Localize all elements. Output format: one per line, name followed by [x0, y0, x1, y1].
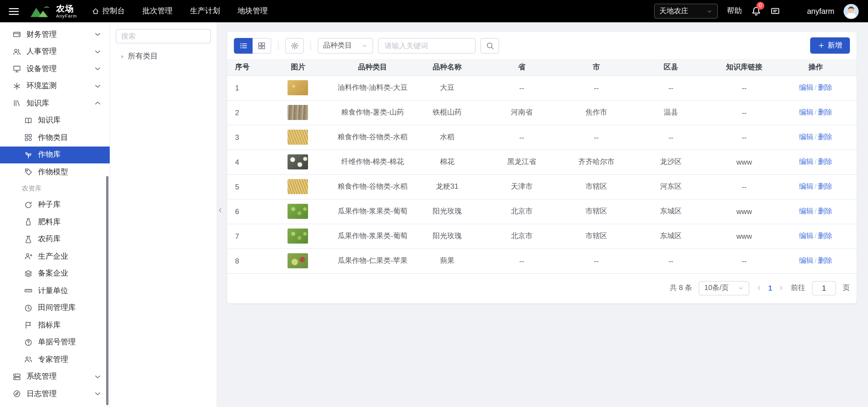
sidebar-item[interactable]: 农药库: [0, 231, 110, 248]
nav-item-2[interactable]: 批次管理: [142, 6, 173, 16]
toolbar-divider: [310, 41, 311, 50]
plant-icon: [24, 151, 33, 159]
chevron-down-icon: [93, 48, 102, 56]
avatar[interactable]: [843, 3, 859, 19]
keyword-input[interactable]: [378, 38, 475, 53]
username[interactable]: anyfarm: [807, 7, 834, 15]
crop-thumbnail[interactable]: [288, 130, 308, 145]
top-header: 农场 AnyFarm 控制台批次管理生产计划地块管理 天地农庄 帮助 0 any…: [0, 0, 868, 22]
sidebar-item[interactable]: 财务管理: [0, 26, 110, 43]
sidebar-item[interactable]: 肥料库: [0, 214, 110, 231]
sidebar-item[interactable]: 作物模型: [0, 163, 110, 181]
delete-link[interactable]: 删除: [818, 83, 832, 92]
edit-link[interactable]: 编辑: [799, 133, 813, 141]
crop-thumbnail[interactable]: [288, 105, 308, 120]
crop-thumbnail[interactable]: [288, 253, 308, 268]
edit-link[interactable]: 编辑: [799, 256, 813, 265]
add-button[interactable]: 新增: [810, 37, 850, 54]
menu-icon[interactable]: [8, 5, 20, 17]
nav-item-4[interactable]: 地块管理: [238, 6, 268, 16]
sidebar-item[interactable]: 环境监测: [0, 77, 110, 95]
sidebar-item[interactable]: 计量单位: [0, 282, 110, 300]
page-size-select[interactable]: 10条/页: [699, 281, 749, 295]
search-button[interactable]: [480, 38, 499, 53]
row-city: 焦作市: [564, 100, 628, 125]
sidebar-item[interactable]: 设备管理: [0, 60, 110, 77]
delete-link[interactable]: 删除: [818, 256, 832, 265]
edit-link[interactable]: 编辑: [799, 157, 813, 166]
sidebar-item[interactable]: 作物类目: [0, 129, 110, 146]
unit-icon: [24, 287, 33, 295]
edit-link[interactable]: 编辑: [799, 207, 813, 215]
row-image-cell: [266, 174, 330, 199]
edit-link[interactable]: 编辑: [799, 108, 813, 116]
farm-select[interactable]: 天地农庄: [654, 4, 718, 19]
sidebar-item[interactable]: 单据号管理: [0, 334, 110, 351]
row-actions: 编辑/删除: [775, 125, 857, 150]
current-page[interactable]: 1: [768, 284, 772, 292]
sidebar-item[interactable]: 系统管理: [0, 368, 110, 385]
table-row: 7瓜果作物-浆果类-葡萄阳光玫瑰北京市市辖区东城区www编辑/删除: [227, 224, 857, 248]
table-row: 2粮食作物-薯类-山药铁棍山药河南省焦作市温县--编辑/删除: [227, 100, 857, 125]
notifications-button[interactable]: 0: [751, 6, 761, 16]
column-header: 品种类目: [330, 59, 415, 75]
app-logo[interactable]: 农场 AnyFarm: [30, 4, 77, 19]
sidebar-scrollbar[interactable]: [106, 176, 108, 405]
sidebar-menu: 财务管理人事管理设备管理环境监测知识库知识库作物类目作物库作物模型农资库种子库肥…: [0, 26, 110, 403]
edit-link[interactable]: 编辑: [799, 231, 813, 240]
sidebar-item[interactable]: 日志管理: [0, 385, 110, 403]
delete-link[interactable]: 删除: [818, 157, 832, 166]
caret-right-icon[interactable]: [119, 53, 125, 59]
sidebar-item[interactable]: 知识库: [0, 112, 110, 129]
action-separator: /: [815, 133, 817, 141]
tree-node-all-categories[interactable]: 所有类目: [116, 51, 211, 62]
delete-link[interactable]: 删除: [818, 182, 832, 191]
sidebar-item[interactable]: 种子库: [0, 196, 110, 214]
crop-thumbnail[interactable]: [288, 80, 308, 95]
grid-view-button[interactable]: [253, 38, 271, 53]
list-view-button[interactable]: [234, 38, 253, 53]
edit-link[interactable]: 编辑: [799, 182, 813, 191]
category-search-input[interactable]: [116, 29, 211, 43]
settings-button[interactable]: [285, 38, 304, 53]
table-row: 1油料作物-油料类-大豆大豆--------编辑/删除: [227, 75, 857, 100]
panel-collapse-handle[interactable]: [217, 203, 224, 216]
sidebar-item[interactable]: 作物库: [0, 146, 110, 163]
sidebar-item[interactable]: 人事管理: [0, 43, 110, 60]
delete-link[interactable]: 删除: [818, 207, 832, 215]
crop-thumbnail[interactable]: [288, 228, 308, 244]
nav-item-label: 控制台: [102, 6, 125, 16]
sidebar-item[interactable]: 专家管理: [0, 351, 110, 368]
chevron-left-icon: [217, 207, 224, 213]
delete-link[interactable]: 删除: [818, 108, 832, 116]
sidebar-item[interactable]: 指标库: [0, 317, 110, 334]
delete-link[interactable]: 删除: [818, 133, 832, 141]
system-icon: [13, 373, 21, 381]
tag-icon: [24, 168, 33, 176]
main-content: 品种类目 新增: [216, 22, 868, 407]
edit-link[interactable]: 编辑: [799, 83, 813, 92]
category-type-select[interactable]: 品种类目: [318, 38, 373, 53]
sidebar-item[interactable]: 知识库: [0, 95, 110, 112]
sidebar-item-label: 生产企业: [38, 251, 68, 262]
crop-thumbnail[interactable]: [288, 179, 308, 194]
crop-thumbnail[interactable]: [288, 154, 308, 169]
sidebar-item[interactable]: 田间管理库: [0, 300, 110, 317]
nav-item-1[interactable]: 控制台: [91, 6, 125, 16]
delete-link[interactable]: 删除: [818, 231, 832, 240]
chevron-down-icon: [362, 42, 368, 49]
chevron-left-icon[interactable]: [756, 285, 763, 291]
chevron-right-icon[interactable]: [778, 285, 784, 291]
fertilizer-icon: [24, 218, 33, 226]
nav-item-3[interactable]: 生产计划: [190, 6, 220, 16]
row-image-cell: [266, 150, 330, 174]
row-image-cell: [266, 100, 330, 125]
row-category: 瓜果作物-仁果类-苹果: [330, 248, 415, 273]
help-link[interactable]: 帮助: [727, 6, 742, 16]
snowflake-icon: [13, 82, 21, 90]
sidebar-item[interactable]: 备案企业: [0, 265, 110, 282]
chat-icon[interactable]: [770, 6, 780, 16]
crop-thumbnail[interactable]: [288, 204, 308, 219]
goto-page-input[interactable]: [812, 281, 836, 295]
sidebar-item[interactable]: 生产企业: [0, 248, 110, 265]
